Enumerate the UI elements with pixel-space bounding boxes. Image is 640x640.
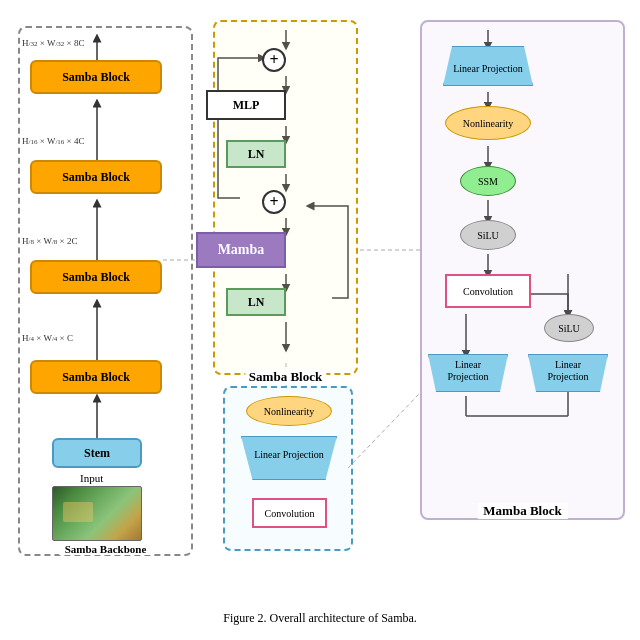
figure-caption: Figure 2. Overall architecture of Samba. [223,611,417,626]
nonlinearity-mini: Nonlinearity [246,396,332,426]
mamba-detail-box: Mamba Block [420,20,625,520]
samba-block-3: Samba Block [30,260,162,294]
dim-label-3: H/8 × W/8 × 2C [22,236,77,247]
samba-detail-box: Samba Block [213,20,358,375]
silu-left: SiLU [460,220,516,250]
svg-line-25 [348,393,420,468]
samba-detail-label: Samba Block [245,369,326,385]
linear-proj-top: Linear Projection [443,46,533,86]
mamba-box: Mamba [196,232,286,268]
circle-plus-mid: + [262,190,286,214]
mlp-box: MLP [206,90,286,120]
diagram-container: Samba Backbone H/32 × W/32 × 8C H/16 × W… [8,8,632,628]
backbone-label: Samba Backbone [59,543,153,555]
dim-label-4: H/4 × W/4 × C [22,333,73,344]
dim-label-1: H/32 × W/32 × 8C [22,38,84,49]
input-image [52,486,142,541]
circle-plus-top: + [262,48,286,72]
input-label: Input [80,472,103,484]
dim-label-2: H/16 × W/16 × 4C [22,136,84,147]
nonlinearity-mamba: Nonlinearity [445,106,531,140]
samba-block-2: Samba Block [30,160,162,194]
samba-block-4: Samba Block [30,360,162,394]
ln-box-1: LN [226,140,286,168]
linear-proj-right: Linear Projection [528,354,608,392]
linear-proj-mini: Linear Projection [241,436,337,480]
ssm-oval: SSM [460,166,516,196]
stem-box: Stem [52,438,142,468]
linear-proj-left: Linear Projection [428,354,508,392]
ln-box-2: LN [226,288,286,316]
convolution-mamba: Convolution [445,274,531,308]
convolution-mini: Convolution [252,498,327,528]
silu-right: SiLU [544,314,594,342]
mamba-detail-label: Mamba Block [477,503,567,519]
samba-block-1: Samba Block [30,60,162,94]
